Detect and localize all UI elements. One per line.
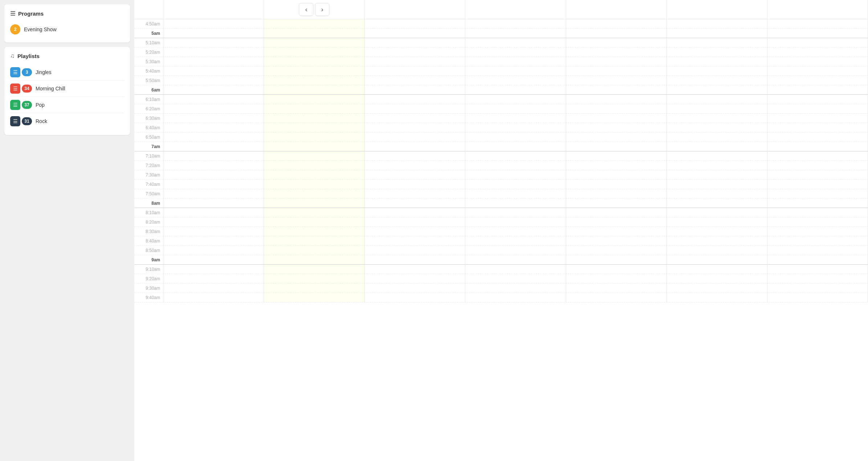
grid-cell: [566, 29, 667, 38]
grid-cell: [566, 114, 667, 123]
grid-cell: [163, 283, 264, 293]
grid-cell: [767, 142, 868, 151]
grid-cell: [365, 255, 465, 265]
grid-cell: [667, 161, 767, 170]
grid-cell: [365, 274, 465, 283]
time-row: 8:30am: [134, 227, 868, 236]
time-label: 9:20am: [134, 274, 163, 283]
grid-cell: [566, 95, 667, 104]
time-label: 9:30am: [134, 283, 163, 293]
playlists-card: ♫ Playlists ☰ 3 Jingles ☰ 34 Morning Chi…: [4, 47, 130, 135]
grid-cell: [264, 29, 365, 38]
grid-cell: [767, 217, 868, 227]
rock-icon: ☰: [10, 116, 20, 126]
grid-cell: [566, 123, 667, 132]
grid-cell: [767, 104, 868, 114]
grid-cell: [767, 29, 868, 38]
jingles-item[interactable]: ☰ 3 Jingles: [10, 64, 124, 81]
grid-cell: [767, 66, 868, 76]
grid-cell: [465, 274, 566, 283]
evening-show-item[interactable]: 2 Evening Show: [10, 22, 124, 37]
grid-cell: [264, 170, 365, 180]
grid-cell: [767, 48, 868, 57]
grid-cell: [264, 76, 365, 85]
grid-cell: [365, 236, 465, 246]
grid-cell: [264, 123, 365, 132]
grid-cell: [465, 189, 566, 199]
grid-cell: [465, 180, 566, 189]
grid-cell: [566, 38, 667, 48]
programs-card: ☰ Programs 2 Evening Show: [4, 4, 130, 42]
time-label: 9am: [134, 255, 163, 265]
grid-cell: [163, 236, 264, 246]
grid-cell: [667, 19, 767, 29]
time-row: 4:50am: [134, 19, 868, 29]
grid-cell: [365, 189, 465, 199]
grid-cell: [465, 227, 566, 236]
time-label: 6am: [134, 85, 163, 95]
grid-cell: [767, 208, 868, 217]
grid-cell: [667, 76, 767, 85]
list-icon: ☰: [10, 10, 15, 17]
grid-cell: [163, 114, 264, 123]
time-label: 7:30am: [134, 170, 163, 180]
playlists-title: Playlists: [17, 53, 40, 59]
time-label: 5:50am: [134, 76, 163, 85]
grid-cell: [465, 265, 566, 274]
time-label: 6:40am: [134, 123, 163, 132]
time-row: 7:20am: [134, 161, 868, 170]
grid-cell: [365, 170, 465, 180]
grid-cell: [767, 180, 868, 189]
pop-item[interactable]: ☰ 37 Pop: [10, 97, 124, 113]
grid-cell: [767, 123, 868, 132]
grid-cell: [465, 38, 566, 48]
grid-cell: [667, 255, 767, 265]
grid-cell: [163, 274, 264, 283]
grid-cell: [566, 66, 667, 76]
grid-cell: [264, 246, 365, 255]
grid-cell: [163, 123, 264, 132]
grid-cell: [163, 217, 264, 227]
grid-cell: [767, 76, 868, 85]
grid-cell: [264, 95, 365, 104]
grid-cell: [767, 199, 868, 208]
time-row: 9:10am: [134, 265, 868, 274]
grid-cell: [163, 293, 264, 302]
time-row: 6am: [134, 85, 868, 95]
grid-cell: [365, 132, 465, 142]
grid-cell: [264, 19, 365, 29]
morning-chill-item[interactable]: ☰ 34 Morning Chill: [10, 81, 124, 97]
time-label: 9:10am: [134, 265, 163, 274]
grid-cell: [163, 151, 264, 161]
grid-cell: [667, 104, 767, 114]
prev-button[interactable]: ‹: [299, 3, 313, 16]
grid-cell: [667, 227, 767, 236]
time-row: 5am: [134, 29, 868, 38]
schedule-grid: ‹›4:50am5am5:10am5:20am5:30am5:40am5:50a…: [134, 0, 868, 302]
grid-cell: [264, 274, 365, 283]
rock-item[interactable]: ☰ 31 Rock: [10, 113, 124, 129]
time-label: 8:50am: [134, 246, 163, 255]
grid-cell: [365, 142, 465, 151]
grid-cell: [667, 180, 767, 189]
grid-cell: [465, 57, 566, 66]
grid-cell: [465, 151, 566, 161]
grid-cell: [667, 57, 767, 66]
time-label: 7:50am: [134, 189, 163, 199]
grid-cell: [566, 132, 667, 142]
grid-cell: [465, 19, 566, 29]
time-row: 7:50am: [134, 189, 868, 199]
grid-cell: [465, 246, 566, 255]
time-label: 8am: [134, 199, 163, 208]
grid-cell: [667, 29, 767, 38]
grid-cell: [163, 19, 264, 29]
time-label: 9:40am: [134, 293, 163, 302]
grid-cell: [163, 208, 264, 217]
next-button[interactable]: ›: [315, 3, 329, 16]
grid-cell: [667, 189, 767, 199]
grid-cell: [767, 114, 868, 123]
time-row: 7:40am: [134, 180, 868, 189]
grid-cell: [163, 255, 264, 265]
time-label: 5:10am: [134, 38, 163, 48]
grid-cell: [163, 161, 264, 170]
